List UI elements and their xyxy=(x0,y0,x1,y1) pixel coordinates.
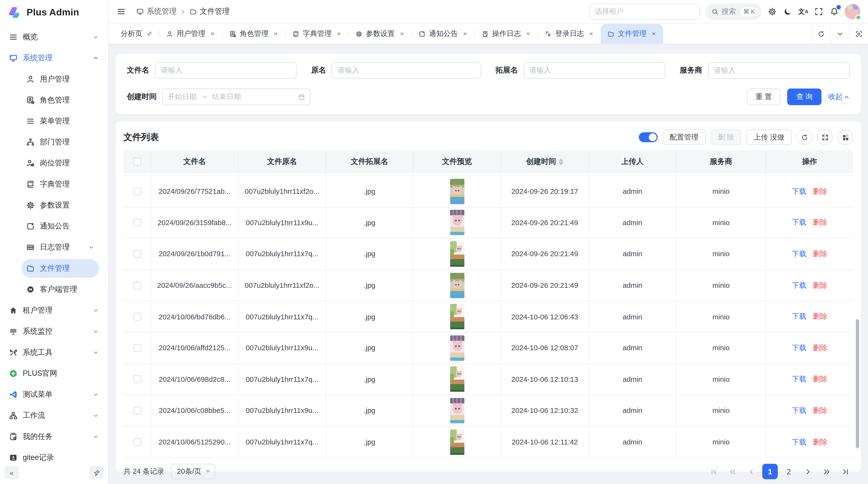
sidebar-item-5[interactable]: 部门管理 xyxy=(4,132,103,153)
delete-button[interactable]: 删 除 xyxy=(711,129,741,145)
sidebar-item-16[interactable]: PLUS官网 xyxy=(4,363,103,384)
close-tab-icon[interactable] xyxy=(651,31,656,37)
refresh-list-button[interactable] xyxy=(797,129,812,145)
table-scrollbar[interactable] xyxy=(856,319,859,448)
breadcrumb-item-0[interactable]: 系统管理 xyxy=(136,7,177,17)
global-search[interactable]: 搜索 ⌘ K xyxy=(705,3,762,20)
last-page-button[interactable] xyxy=(838,464,853,479)
prev-page-button[interactable] xyxy=(743,464,759,479)
tab-6[interactable]: 操作日志 xyxy=(475,24,537,44)
sort-icon[interactable] xyxy=(558,158,563,165)
close-tab-icon[interactable] xyxy=(273,31,278,37)
sidebar-item-9[interactable]: 通知公告 xyxy=(4,216,103,237)
sidebar-item-13[interactable]: 租户管理 xyxy=(4,300,103,321)
tab-5[interactable]: 通知公告 xyxy=(412,24,474,44)
column-header-4[interactable]: 创建时间 xyxy=(501,150,589,173)
delete-link[interactable]: 删除 xyxy=(813,218,828,228)
settings-gear-icon[interactable] xyxy=(767,7,777,17)
file-preview-image[interactable] xyxy=(450,398,464,423)
delete-link[interactable]: 删除 xyxy=(813,343,828,353)
delete-link[interactable]: 删除 xyxy=(813,249,828,259)
filter-field-input-0[interactable]: 请输入 xyxy=(155,62,297,78)
sidebar-item-14[interactable]: 系统监控 xyxy=(4,321,103,342)
page-button-2[interactable]: 2 xyxy=(781,464,797,479)
refresh-tab-icon[interactable] xyxy=(812,24,830,44)
sidebar-item-3[interactable]: 角色管理 xyxy=(4,90,103,110)
reset-button[interactable]: 重 置 xyxy=(747,89,781,105)
upload-button[interactable]: 上传 没做 xyxy=(746,129,792,145)
row-checkbox[interactable] xyxy=(133,313,141,321)
file-preview-image[interactable] xyxy=(450,366,464,392)
close-tab-icon[interactable] xyxy=(336,31,342,37)
filter-field-input-3[interactable]: 请输入 xyxy=(708,62,850,78)
row-checkbox[interactable] xyxy=(133,188,141,195)
close-tab-icon[interactable] xyxy=(589,31,594,37)
download-link[interactable]: 下载 xyxy=(792,343,806,353)
breadcrumb-item-1[interactable]: 文件管理 xyxy=(189,7,230,17)
next-5-pages-button[interactable] xyxy=(819,464,834,479)
sidebar-item-17[interactable]: 测试菜单 xyxy=(4,384,103,405)
row-checkbox[interactable] xyxy=(133,438,141,446)
tab-list-chevron-icon[interactable] xyxy=(830,24,849,44)
row-checkbox[interactable] xyxy=(133,250,141,258)
sidebar-item-12[interactable]: 客户端管理 xyxy=(4,279,103,300)
delete-link[interactable]: 删除 xyxy=(813,280,828,290)
tab-1[interactable]: 用户管理 xyxy=(159,24,222,44)
download-link[interactable]: 下载 xyxy=(792,186,806,196)
download-link[interactable]: 下载 xyxy=(792,218,806,228)
close-tab-icon[interactable] xyxy=(525,31,531,37)
sidebar-item-19[interactable]: 我的任务 xyxy=(4,426,103,447)
sidebar-pin-button[interactable] xyxy=(89,466,104,479)
sidebar-item-6[interactable]: 岗位管理 xyxy=(4,153,103,174)
row-checkbox[interactable] xyxy=(133,344,141,352)
filter-field-input-2[interactable]: 请输入 xyxy=(523,62,665,78)
close-tab-icon[interactable] xyxy=(210,31,215,37)
select-all-checkbox[interactable] xyxy=(133,158,141,165)
sidebar-item-20[interactable]: gitee记录 xyxy=(4,447,103,464)
query-button[interactable]: 查 询 xyxy=(787,89,822,105)
file-preview-image[interactable] xyxy=(450,179,464,204)
tab-0[interactable]: 分析页 xyxy=(114,24,159,44)
tab-7[interactable]: 登录日志 xyxy=(538,24,600,44)
notifications-bell-icon[interactable] xyxy=(829,7,839,17)
delete-link[interactable]: 删除 xyxy=(813,406,828,416)
prev-5-pages-button[interactable] xyxy=(724,464,740,479)
table-fullscreen-button[interactable] xyxy=(817,129,833,145)
download-link[interactable]: 下载 xyxy=(792,437,806,447)
tenant-select[interactable]: 选择租户 xyxy=(589,3,700,20)
file-preview-image[interactable] xyxy=(450,335,464,361)
close-tab-icon[interactable] xyxy=(399,31,405,37)
download-link[interactable]: 下载 xyxy=(792,406,806,416)
file-preview-image[interactable] xyxy=(450,272,464,298)
tab-8[interactable]: 文件管理 xyxy=(600,24,663,44)
hamburger-menu-icon[interactable] xyxy=(116,7,126,17)
page-size-select[interactable]: 20条/页 xyxy=(171,464,215,479)
tab-4[interactable]: 参数设置 xyxy=(349,24,411,44)
column-settings-button[interactable] xyxy=(838,129,853,145)
fullscreen-icon[interactable] xyxy=(814,7,824,17)
download-link[interactable]: 下载 xyxy=(792,374,806,384)
date-range-input[interactable]: 开始日期 结束日期 xyxy=(162,89,311,105)
sidebar-item-2[interactable]: 用户管理 xyxy=(4,69,103,90)
sidebar-item-0[interactable]: 概览 xyxy=(4,27,103,47)
user-avatar[interactable] xyxy=(845,4,860,19)
filter-field-input-1[interactable]: 请输入 xyxy=(332,62,481,78)
content-fullscreen-icon[interactable] xyxy=(849,24,868,44)
collapse-filters-link[interactable]: 收起 xyxy=(828,92,850,102)
first-page-button[interactable] xyxy=(706,464,721,479)
sidebar-item-15[interactable]: 系统工具 xyxy=(4,342,103,363)
sidebar-collapse-button[interactable]: « xyxy=(4,466,19,479)
delete-link[interactable]: 删除 xyxy=(813,312,828,322)
page-button-1[interactable]: 1 xyxy=(762,464,778,479)
delete-link[interactable]: 删除 xyxy=(813,186,828,196)
search-panel-toggle[interactable] xyxy=(639,132,657,142)
sidebar-item-1[interactable]: 系统管理 xyxy=(4,47,103,68)
row-checkbox[interactable] xyxy=(133,282,141,289)
next-page-button[interactable] xyxy=(800,464,815,479)
delete-link[interactable]: 删除 xyxy=(813,374,828,384)
sidebar-item-11[interactable]: 文件管理 xyxy=(4,258,103,279)
file-preview-image[interactable] xyxy=(450,241,464,267)
tab-2[interactable]: 角色管理 xyxy=(222,24,285,44)
row-checkbox[interactable] xyxy=(133,375,141,383)
file-preview-image[interactable] xyxy=(450,429,464,455)
